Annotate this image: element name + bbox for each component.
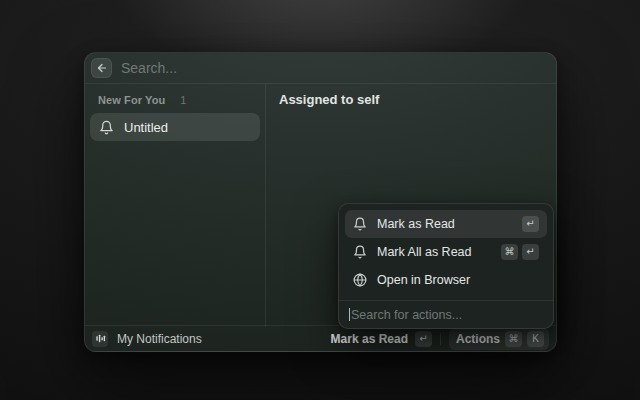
section-title: New For You bbox=[98, 94, 165, 106]
equalizer-icon bbox=[92, 331, 108, 347]
section-count: 1 bbox=[180, 94, 186, 106]
key-badge-return: ↵ bbox=[522, 216, 539, 232]
list-item-untitled[interactable]: Untitled bbox=[90, 113, 260, 141]
action-label: Open in Browser bbox=[377, 273, 470, 287]
status-bar-divider bbox=[440, 333, 441, 345]
bell-icon bbox=[353, 245, 367, 259]
key-badge-return: ↵ bbox=[522, 244, 539, 260]
detail-title: Assigned to self bbox=[279, 92, 543, 107]
search-bar bbox=[85, 53, 556, 84]
back-button[interactable] bbox=[91, 58, 112, 78]
launcher-window: New For You 1 Untitled Assigned to self … bbox=[84, 52, 557, 352]
bell-icon bbox=[353, 217, 367, 231]
text-caret bbox=[349, 308, 350, 321]
key-badge-k: K bbox=[527, 331, 544, 347]
arrow-left-icon bbox=[96, 62, 108, 74]
actions-button[interactable]: Actions ⌘ K bbox=[449, 328, 549, 350]
key-badge-cmd: ⌘ bbox=[501, 244, 518, 260]
primary-action-label: Mark as Read bbox=[331, 332, 408, 346]
app-label: My Notifications bbox=[117, 332, 202, 346]
action-mark-as-read[interactable]: Mark as Read ↵ bbox=[345, 210, 547, 238]
section-header: New For You 1 bbox=[90, 90, 260, 113]
primary-action-hint[interactable]: Mark as Read ↵ bbox=[331, 331, 432, 347]
globe-icon bbox=[353, 273, 367, 287]
app-chip[interactable]: My Notifications bbox=[92, 331, 202, 347]
action-label: Mark as Read bbox=[377, 217, 455, 231]
actions-search bbox=[345, 301, 547, 328]
action-mark-all-as-read[interactable]: Mark All as Read ⌘ ↵ bbox=[345, 238, 547, 266]
actions-button-label: Actions bbox=[456, 332, 500, 346]
notification-list-pane: New For You 1 Untitled bbox=[85, 84, 266, 327]
key-badge-cmd: ⌘ bbox=[505, 331, 522, 347]
key-badge-return: ↵ bbox=[415, 331, 432, 347]
bell-icon bbox=[99, 120, 114, 135]
action-open-in-browser[interactable]: Open in Browser bbox=[345, 266, 547, 294]
search-input[interactable] bbox=[121, 60, 546, 76]
action-label: Mark All as Read bbox=[377, 245, 471, 259]
actions-search-input[interactable] bbox=[351, 308, 543, 322]
list-item-label: Untitled bbox=[124, 120, 168, 135]
actions-popover: Mark as Read ↵ Mark All as Read ⌘ ↵ Open… bbox=[338, 203, 554, 329]
